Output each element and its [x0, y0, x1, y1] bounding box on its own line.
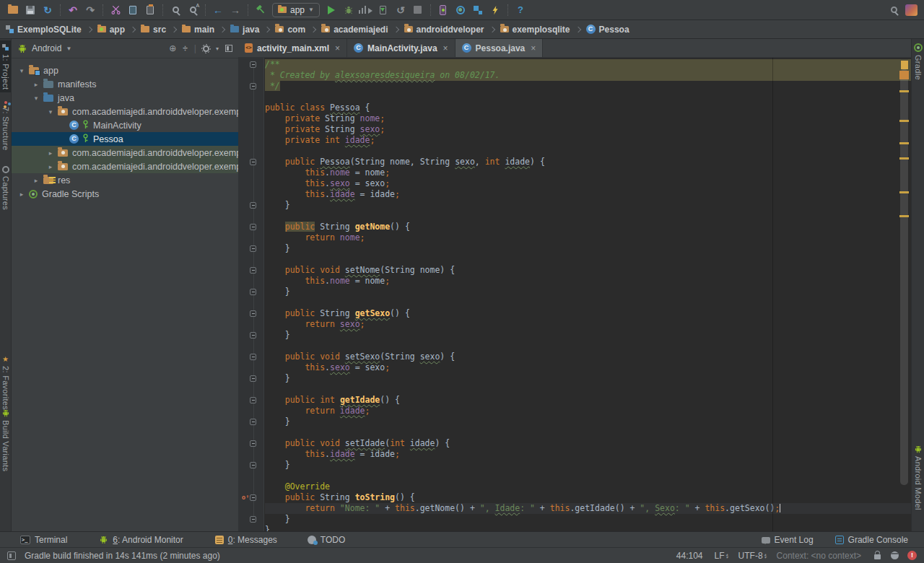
breadcrumb-item[interactable]: exemplosqlite [500, 25, 570, 35]
breadcrumb-item[interactable]: src [141, 25, 166, 35]
inspection-indicator[interactable] [901, 61, 908, 69]
code-line[interactable]: public class Pessoa { [265, 102, 911, 113]
chevron-closed-icon[interactable]: ▸ [32, 177, 40, 184]
replace-icon[interactable] [184, 2, 201, 18]
code-line[interactable]: } [265, 373, 911, 384]
tree-item-res[interactable]: ▸ res [12, 173, 238, 187]
find-icon[interactable] [167, 2, 184, 18]
breadcrumb-item[interactable]: app [97, 25, 125, 35]
sidebar-item-project[interactable]: 1: Project [0, 40, 11, 92]
breadcrumb-item[interactable]: main [182, 25, 214, 35]
code-line[interactable]: } [265, 460, 911, 471]
tree-item-mainactivity[interactable]: MainActivity [12, 118, 238, 132]
tab-mainactivity-java[interactable]: MainActivity.java × [347, 39, 456, 57]
tab-activity-main-xml[interactable]: activity_main.xml × [238, 39, 347, 57]
toolbar-item-terminal[interactable]: Terminal [20, 535, 67, 545]
chevron-closed-icon[interactable]: ▸ [46, 163, 55, 170]
back-icon[interactable]: ← [209, 2, 227, 18]
paste-icon[interactable] [141, 2, 159, 18]
code-line[interactable]: private int idade; [265, 135, 911, 146]
code-line[interactable]: return idade; [265, 406, 911, 416]
copy-icon[interactable] [124, 2, 141, 18]
error-highlight-icon[interactable] [907, 551, 917, 560]
code-line[interactable]: return sexo; [265, 319, 911, 330]
code-line[interactable]: * Created by alexsoaresdesiqueira on 08/… [265, 70, 911, 81]
fold-marker-icon[interactable] [250, 494, 256, 501]
tree-item-pessoa[interactable]: Pessoa [12, 132, 238, 146]
code-line[interactable]: public void setNome(String nome) { [265, 265, 911, 276]
code-line[interactable]: } [265, 287, 911, 297]
build-icon[interactable] [252, 2, 269, 18]
code-line[interactable]: return "Nome: " + this.getNome() + ", Id… [265, 503, 911, 514]
cut-icon[interactable] [107, 2, 124, 18]
chevron-open-icon[interactable]: ▾ [17, 67, 26, 74]
tab-pessoa-java[interactable]: Pessoa.java × [456, 39, 544, 57]
redo-icon[interactable]: ↷ [82, 2, 99, 18]
code-line[interactable]: private String nome; [265, 113, 911, 124]
error-stripe-mark[interactable] [899, 191, 909, 193]
sidebar-item-captures[interactable]: Captures [0, 163, 11, 213]
caret-position[interactable]: 44:104 [676, 551, 703, 561]
tree-item-package-main[interactable]: ▾ com.academiajedi.androiddveloper.exemp… [12, 105, 238, 118]
tree-item-java[interactable]: ▾ java [12, 91, 238, 105]
sdk-manager-icon[interactable] [469, 2, 487, 18]
code-line[interactable]: this.sexo = sexo; [265, 362, 911, 373]
error-stripe-mark[interactable] [899, 71, 909, 79]
save-all-icon[interactable] [22, 2, 39, 18]
fold-marker-icon[interactable] [250, 159, 256, 165]
encoding-selector[interactable]: UTF-8 [738, 551, 763, 561]
run-coverage-icon[interactable] [357, 2, 375, 18]
fold-marker-icon[interactable] [250, 440, 256, 447]
override-gutter-icon[interactable]: o [239, 494, 248, 502]
chevron-closed-icon[interactable]: ▸ [32, 81, 40, 88]
error-stripe-mark[interactable] [899, 90, 909, 92]
code-line[interactable]: } [265, 514, 911, 525]
forward-icon[interactable]: → [227, 2, 244, 18]
tree-item-app[interactable]: ▾ app [12, 64, 238, 77]
breadcrumb-item[interactable]: java [230, 25, 259, 35]
chevron-closed-icon[interactable]: ▸ [17, 191, 26, 198]
code-line[interactable] [265, 384, 911, 395]
error-stripe-mark[interactable] [899, 120, 909, 122]
search-everywhere-icon[interactable] [885, 2, 902, 18]
code-line[interactable]: public String toString() { [265, 492, 911, 503]
fold-marker-icon[interactable] [250, 61, 256, 68]
open-project-icon[interactable] [4, 2, 22, 18]
tree-item-manifests[interactable]: ▸ manifests [12, 77, 238, 91]
code-editor[interactable]: o /** * Created by alexsoaresdesiqueira … [238, 58, 911, 531]
hide-panel-icon[interactable] [225, 45, 232, 52]
code-line[interactable]: } [265, 416, 911, 427]
code-line[interactable] [265, 297, 911, 308]
code-line[interactable] [265, 211, 911, 222]
stop-icon[interactable] [409, 2, 427, 18]
sidebar-item-android-model[interactable]: Android Model [912, 442, 924, 513]
chevron-down-icon[interactable]: ▼ [66, 45, 71, 52]
inspector-icon[interactable] [891, 551, 899, 559]
editor-scrollbar[interactable] [900, 69, 908, 485]
fold-marker-icon[interactable] [250, 354, 256, 360]
fold-marker-icon[interactable] [250, 267, 256, 274]
tree-item-gradle-scripts[interactable]: ▸ Gradle Scripts [12, 187, 238, 201]
toolbar-item-todo[interactable]: TODO [308, 535, 345, 545]
sidebar-item-favorites[interactable]: ★ 2: Favorites [0, 353, 11, 413]
code-line[interactable] [265, 471, 911, 481]
instant-run-icon[interactable] [487, 2, 504, 18]
code-line[interactable]: public String getNome() { [265, 222, 911, 232]
code-line[interactable]: public Pessoa(String nome, String sexo, … [265, 157, 911, 167]
toggle-toolwindows-icon[interactable] [7, 551, 16, 560]
fold-marker-icon[interactable] [250, 462, 256, 468]
fold-marker-icon[interactable] [250, 202, 256, 209]
close-icon[interactable]: × [531, 43, 536, 53]
code-line[interactable]: return nome; [265, 232, 911, 243]
code-line[interactable]: this.nome = nome; [265, 167, 911, 178]
lock-icon[interactable] [874, 554, 881, 559]
code-line[interactable] [265, 427, 911, 438]
undo-icon[interactable]: ↶ [64, 2, 82, 18]
fold-marker-icon[interactable] [250, 375, 256, 382]
run-icon[interactable] [323, 2, 340, 18]
chevron-open-icon[interactable]: ▾ [46, 108, 55, 115]
chevron-closed-icon[interactable]: ▸ [46, 149, 55, 157]
code-line[interactable]: this.idade = idade; [265, 189, 911, 200]
code-line[interactable]: this.sexo = sexo; [265, 178, 911, 189]
toolbar-item-android-monitor[interactable]: 6: Android Monitor [99, 535, 183, 545]
